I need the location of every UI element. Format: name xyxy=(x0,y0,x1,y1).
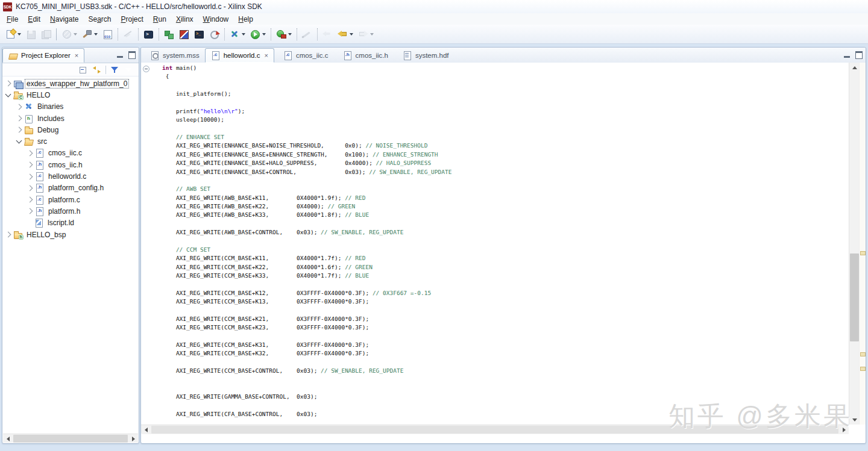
scrollbar-thumb[interactable] xyxy=(850,253,859,341)
editor-vertical-scrollbar[interactable] xyxy=(849,63,860,425)
code-line[interactable] xyxy=(162,358,848,367)
code-line[interactable] xyxy=(162,220,848,228)
code-line[interactable] xyxy=(162,402,848,410)
scroll-down-icon[interactable] xyxy=(849,415,860,425)
scroll-left-icon[interactable] xyxy=(3,434,13,443)
code-line[interactable]: AXI_REG_WRITE(ENHANCE_BASE+ENHANCE_STREN… xyxy=(162,151,848,159)
code-line[interactable] xyxy=(162,376,848,384)
code-line[interactable]: // CCM SET xyxy=(162,246,848,254)
tree-item-platform-c[interactable]: platform.c xyxy=(2,194,139,205)
tab-cmos-iic-c[interactable]: cmos_iic.c xyxy=(278,48,334,63)
code-line[interactable] xyxy=(162,332,848,341)
launch-config-button[interactable] xyxy=(59,26,80,42)
external-tools-button[interactable] xyxy=(274,26,294,42)
save-button[interactable] xyxy=(24,26,39,42)
chevron-down-icon[interactable] xyxy=(5,91,11,97)
chevron-right-icon[interactable] xyxy=(16,104,22,110)
build-button[interactable] xyxy=(80,26,100,42)
menu-project[interactable]: Project xyxy=(116,14,148,24)
tree-item-platform-h[interactable]: platform.h xyxy=(2,205,139,217)
close-icon[interactable]: × xyxy=(74,52,78,59)
debug-button[interactable] xyxy=(227,26,248,42)
back-disabled-button[interactable] xyxy=(320,26,335,42)
code-line[interactable]: AXI_REG_WRITE(ENHANCE_BASE+NOISE_THRESHO… xyxy=(162,142,848,150)
tab-cmos-iic-h[interactable]: cmos_iic.h xyxy=(338,48,394,63)
code-line[interactable] xyxy=(162,125,848,133)
dropdown-arrow-icon[interactable] xyxy=(370,33,374,36)
run-button[interactable] xyxy=(248,26,268,42)
tree-item-cmos-iic-h[interactable]: cmos_iic.h xyxy=(2,159,139,170)
tree-item-helloworld-c[interactable]: helloworld.c xyxy=(2,170,139,182)
program-fpga-button[interactable] xyxy=(162,26,177,42)
code-line[interactable]: AXI_REG_WRITE(AWB_BASE+K33, 0X4000*1.8f)… xyxy=(162,211,848,219)
occurrence-marker[interactable] xyxy=(860,367,866,371)
menu-navigate[interactable]: Navigate xyxy=(45,14,83,24)
code-line[interactable]: AXI_REG_WRITE(CCM_BASE+K21, 0X3FFFF-0X40… xyxy=(162,315,848,323)
code-line[interactable]: // ENHANCE SET xyxy=(162,133,848,142)
tree-item-includes[interactable]: Includes xyxy=(2,113,139,124)
chevron-right-icon[interactable] xyxy=(16,116,22,122)
maximize-view-button[interactable] xyxy=(128,51,136,59)
code-line[interactable]: AXI_REG_WRITE(AWB_BASE+CONTROL, 0x03); /… xyxy=(162,228,848,237)
scrollbar-thumb[interactable] xyxy=(151,426,838,434)
back-button[interactable] xyxy=(335,26,356,42)
pin-editor-button[interactable] xyxy=(300,26,315,42)
minimize-view-button[interactable] xyxy=(117,56,123,58)
code-editor[interactable]: int main() { init_platform(); printf("he… xyxy=(151,64,848,434)
code-line[interactable]: // AWB SET xyxy=(162,185,848,193)
tab-project-explorer[interactable]: Project Explorer × xyxy=(2,48,84,63)
code-line[interactable] xyxy=(162,176,848,185)
view-menu-button[interactable] xyxy=(124,65,134,75)
explorer-horizontal-scrollbar[interactable] xyxy=(3,434,138,443)
code-line[interactable] xyxy=(162,81,848,90)
scroll-left-icon[interactable] xyxy=(141,425,151,434)
code-line[interactable]: AXI_REG_WRITE(CCM_BASE+CONTROL, 0x03); /… xyxy=(162,367,848,375)
code-line[interactable]: int main() xyxy=(162,64,848,72)
save-all-button[interactable] xyxy=(39,26,54,42)
console-button[interactable] xyxy=(141,26,156,42)
tree-item-platform-config-h[interactable]: platform_config.h xyxy=(2,182,139,194)
tree-item-lscript-ld[interactable]: lscript.ld xyxy=(2,217,139,229)
scroll-up-icon[interactable] xyxy=(849,63,860,72)
folding-gutter[interactable] xyxy=(141,63,151,434)
code-line[interactable]: AXI_REG_WRITE(CFA_BASE+CONTROL, 0x03); xyxy=(162,410,848,418)
code-line[interactable]: AXI_REG_WRITE(CCM_BASE+K13, 0X3FFFF-0X40… xyxy=(162,297,848,306)
chevron-right-icon[interactable] xyxy=(27,162,33,168)
code-line[interactable]: AXI_REG_WRITE(AWB_BASE+K11, 0X4000*1.9f)… xyxy=(162,194,848,202)
dropdown-arrow-icon[interactable] xyxy=(17,33,21,36)
maximize-editor-button[interactable] xyxy=(855,51,863,59)
code-line[interactable] xyxy=(162,384,848,393)
link-with-editor-button[interactable] xyxy=(92,65,102,75)
menu-edit[interactable]: Edit xyxy=(23,14,45,24)
overview-ruler[interactable] xyxy=(859,63,866,425)
collapse-region-icon[interactable] xyxy=(143,66,149,72)
code-line[interactable] xyxy=(162,280,848,288)
chevron-right-icon[interactable] xyxy=(16,127,22,133)
code-line[interactable]: AXI_REG_WRITE(ENHANCE_BASE+CONTROL, 0x03… xyxy=(162,168,848,176)
code-line[interactable]: usleep(10000); xyxy=(162,116,848,124)
vivado-button[interactable] xyxy=(177,26,192,42)
close-icon[interactable]: × xyxy=(263,52,268,59)
forward-button[interactable] xyxy=(356,26,376,42)
code-line[interactable]: AXI_REG_WRITE(CCM_BASE+K31, 0X3FFFF-0X40… xyxy=(162,341,848,349)
tree-item-binaries[interactable]: Binaries xyxy=(2,101,139,113)
chevron-right-icon[interactable] xyxy=(5,232,11,238)
tree-item-hello-bsp[interactable]: hHELLO_bsp xyxy=(2,229,139,240)
scroll-right-icon[interactable] xyxy=(128,434,138,443)
scrollbar-thumb[interactable] xyxy=(13,435,128,443)
sync-button[interactable] xyxy=(207,26,222,42)
chevron-right-icon[interactable] xyxy=(27,197,33,203)
dropdown-arrow-icon[interactable] xyxy=(74,33,77,36)
menu-run[interactable]: Run xyxy=(148,14,171,24)
code-line[interactable]: AXI_REG_WRITE(AWB_BASE+K22, 0X4000); // … xyxy=(162,202,848,211)
sdk-terminal-button[interactable] xyxy=(192,26,207,42)
editor-horizontal-scrollbar[interactable] xyxy=(141,425,849,434)
chevron-right-icon[interactable] xyxy=(27,173,33,179)
tab-system-hdf[interactable]: system.hdf xyxy=(397,48,454,63)
scroll-right-icon[interactable] xyxy=(839,425,849,434)
tab-helloworld-c[interactable]: helloworld.c× xyxy=(205,48,274,63)
code-line[interactable]: AXI_REG_WRITE(CCM_BASE+K22, 0X4000*1.6f)… xyxy=(162,263,848,272)
tree-item-debug[interactable]: Debug xyxy=(2,124,139,135)
code-line[interactable]: AXI_REG_WRITE(ENHANCE_BASE+HALO_SUPPRESS… xyxy=(162,159,848,167)
code-line[interactable]: AXI_REG_WRITE(CCM_BASE+K33, 0X4000*1.7f)… xyxy=(162,272,848,280)
